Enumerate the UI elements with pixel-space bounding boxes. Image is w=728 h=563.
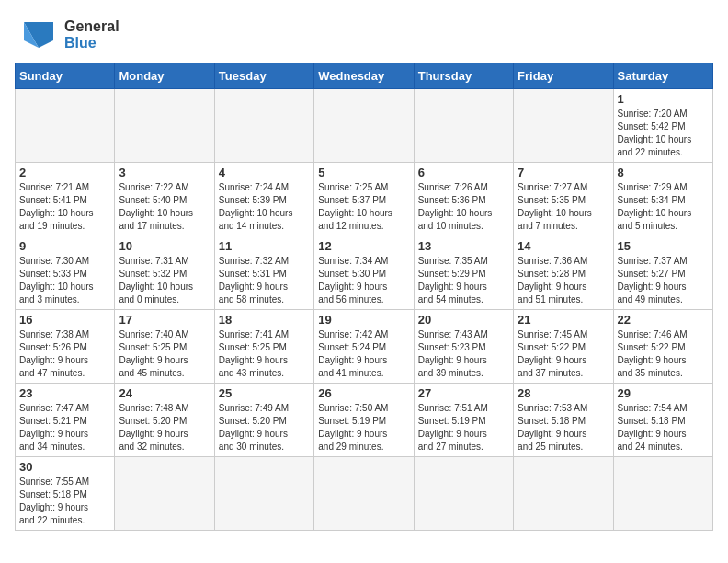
calendar-day-cell: 29Sunrise: 7:54 AM Sunset: 5:18 PM Dayli… (613, 384, 712, 457)
day-info: Sunrise: 7:27 AM Sunset: 5:35 PM Dayligh… (518, 181, 609, 233)
calendar-week-row: 16Sunrise: 7:38 AM Sunset: 5:26 PM Dayli… (16, 310, 713, 384)
day-number: 4 (219, 166, 310, 179)
day-number: 8 (618, 166, 709, 179)
day-number: 9 (19, 239, 110, 253)
day-info: Sunrise: 7:24 AM Sunset: 5:39 PM Dayligh… (219, 181, 310, 233)
day-header-sunday: Sunday (16, 63, 115, 89)
calendar-day-cell: 22Sunrise: 7:46 AM Sunset: 5:22 PM Dayli… (613, 310, 712, 384)
day-info: Sunrise: 7:26 AM Sunset: 5:36 PM Dayligh… (418, 181, 509, 233)
day-number: 3 (119, 166, 210, 179)
calendar-day-cell: 8Sunrise: 7:29 AM Sunset: 5:34 PM Daylig… (613, 163, 712, 236)
calendar-day-cell: 24Sunrise: 7:48 AM Sunset: 5:20 PM Dayli… (115, 384, 214, 457)
calendar-day-cell (414, 89, 513, 163)
calendar-day-cell (514, 457, 613, 531)
calendar-day-cell: 14Sunrise: 7:36 AM Sunset: 5:28 PM Dayli… (514, 236, 613, 310)
calendar-week-row: 23Sunrise: 7:47 AM Sunset: 5:21 PM Dayli… (16, 384, 713, 457)
day-header-saturday: Saturday (613, 63, 712, 89)
day-info: Sunrise: 7:45 AM Sunset: 5:22 PM Dayligh… (518, 328, 609, 380)
day-info: Sunrise: 7:30 AM Sunset: 5:33 PM Dayligh… (19, 255, 110, 306)
day-number: 30 (19, 460, 110, 474)
day-info: Sunrise: 7:51 AM Sunset: 5:19 PM Dayligh… (418, 402, 509, 454)
day-number: 29 (618, 386, 709, 400)
day-info: Sunrise: 7:20 AM Sunset: 5:42 PM Dayligh… (618, 108, 709, 159)
calendar-day-cell: 15Sunrise: 7:37 AM Sunset: 5:27 PM Dayli… (613, 236, 712, 310)
calendar-day-cell: 7Sunrise: 7:27 AM Sunset: 5:35 PM Daylig… (514, 163, 613, 236)
calendar-day-cell: 20Sunrise: 7:43 AM Sunset: 5:23 PM Dayli… (414, 310, 513, 384)
calendar-header-row: SundayMondayTuesdayWednesdayThursdayFrid… (16, 63, 713, 89)
calendar-day-cell: 12Sunrise: 7:34 AM Sunset: 5:30 PM Dayli… (314, 236, 414, 310)
day-info: Sunrise: 7:37 AM Sunset: 5:27 PM Dayligh… (618, 255, 709, 306)
calendar-day-cell: 11Sunrise: 7:32 AM Sunset: 5:31 PM Dayli… (214, 236, 313, 310)
day-number: 21 (518, 313, 609, 327)
day-number: 18 (219, 313, 310, 327)
day-number: 13 (418, 239, 509, 253)
calendar-day-cell: 6Sunrise: 7:26 AM Sunset: 5:36 PM Daylig… (414, 163, 513, 236)
day-number: 19 (318, 313, 409, 327)
calendar-day-cell: 1Sunrise: 7:20 AM Sunset: 5:42 PM Daylig… (613, 89, 712, 163)
day-info: Sunrise: 7:41 AM Sunset: 5:25 PM Dayligh… (219, 328, 310, 380)
calendar-day-cell (16, 89, 115, 163)
day-number: 12 (318, 239, 409, 253)
calendar-week-row: 1Sunrise: 7:20 AM Sunset: 5:42 PM Daylig… (16, 89, 713, 163)
calendar-day-cell (314, 457, 414, 531)
logo: GeneralBlue (15, 15, 119, 55)
day-number: 24 (119, 386, 210, 400)
day-info: Sunrise: 7:48 AM Sunset: 5:20 PM Dayligh… (119, 402, 210, 454)
day-number: 15 (618, 239, 709, 253)
day-number: 14 (518, 239, 609, 253)
day-number: 6 (418, 166, 509, 179)
calendar-day-cell: 30Sunrise: 7:55 AM Sunset: 5:18 PM Dayli… (16, 457, 115, 531)
day-info: Sunrise: 7:42 AM Sunset: 5:24 PM Dayligh… (318, 328, 409, 380)
calendar-day-cell: 2Sunrise: 7:21 AM Sunset: 5:41 PM Daylig… (16, 163, 115, 236)
calendar-day-cell (214, 89, 313, 163)
calendar-week-row: 2Sunrise: 7:21 AM Sunset: 5:41 PM Daylig… (16, 163, 713, 236)
day-info: Sunrise: 7:49 AM Sunset: 5:20 PM Dayligh… (219, 402, 310, 454)
calendar-day-cell (115, 89, 214, 163)
calendar-day-cell: 10Sunrise: 7:31 AM Sunset: 5:32 PM Dayli… (115, 236, 214, 310)
day-number: 25 (219, 386, 310, 400)
day-info: Sunrise: 7:32 AM Sunset: 5:31 PM Dayligh… (219, 255, 310, 306)
day-info: Sunrise: 7:55 AM Sunset: 5:18 PM Dayligh… (19, 476, 110, 527)
calendar-day-cell: 25Sunrise: 7:49 AM Sunset: 5:20 PM Dayli… (214, 384, 313, 457)
calendar-day-cell (414, 457, 513, 531)
calendar-day-cell: 18Sunrise: 7:41 AM Sunset: 5:25 PM Dayli… (214, 310, 313, 384)
day-info: Sunrise: 7:31 AM Sunset: 5:32 PM Dayligh… (119, 255, 210, 306)
calendar-day-cell: 9Sunrise: 7:30 AM Sunset: 5:33 PM Daylig… (16, 236, 115, 310)
day-info: Sunrise: 7:54 AM Sunset: 5:18 PM Dayligh… (618, 402, 709, 454)
day-number: 1 (618, 92, 709, 106)
day-header-friday: Friday (514, 63, 613, 89)
calendar-week-row: 30Sunrise: 7:55 AM Sunset: 5:18 PM Dayli… (16, 457, 713, 531)
day-number: 2 (19, 166, 110, 179)
day-info: Sunrise: 7:29 AM Sunset: 5:34 PM Dayligh… (618, 181, 709, 233)
calendar-day-cell: 3Sunrise: 7:22 AM Sunset: 5:40 PM Daylig… (115, 163, 214, 236)
day-number: 11 (219, 239, 310, 253)
calendar-day-cell (115, 457, 214, 531)
day-info: Sunrise: 7:46 AM Sunset: 5:22 PM Dayligh… (618, 328, 709, 380)
calendar-table: SundayMondayTuesdayWednesdayThursdayFrid… (15, 63, 713, 531)
calendar-day-cell (514, 89, 613, 163)
calendar-day-cell: 17Sunrise: 7:40 AM Sunset: 5:25 PM Dayli… (115, 310, 214, 384)
calendar-day-cell: 13Sunrise: 7:35 AM Sunset: 5:29 PM Dayli… (414, 236, 513, 310)
calendar-day-cell: 16Sunrise: 7:38 AM Sunset: 5:26 PM Dayli… (16, 310, 115, 384)
day-number: 7 (518, 166, 609, 179)
calendar-day-cell: 23Sunrise: 7:47 AM Sunset: 5:21 PM Dayli… (16, 384, 115, 457)
calendar-day-cell (314, 89, 414, 163)
day-info: Sunrise: 7:35 AM Sunset: 5:29 PM Dayligh… (418, 255, 509, 306)
day-info: Sunrise: 7:25 AM Sunset: 5:37 PM Dayligh… (318, 181, 409, 233)
day-number: 5 (318, 166, 409, 179)
calendar-day-cell: 26Sunrise: 7:50 AM Sunset: 5:19 PM Dayli… (314, 384, 414, 457)
calendar-week-row: 9Sunrise: 7:30 AM Sunset: 5:33 PM Daylig… (16, 236, 713, 310)
day-number: 22 (618, 313, 709, 327)
day-number: 10 (119, 239, 210, 253)
day-info: Sunrise: 7:40 AM Sunset: 5:25 PM Dayligh… (119, 328, 210, 380)
day-info: Sunrise: 7:34 AM Sunset: 5:30 PM Dayligh… (318, 255, 409, 306)
calendar-day-cell (214, 457, 313, 531)
header: GeneralBlue (15, 15, 713, 55)
day-info: Sunrise: 7:43 AM Sunset: 5:23 PM Dayligh… (418, 328, 509, 380)
calendar-day-cell: 5Sunrise: 7:25 AM Sunset: 5:37 PM Daylig… (314, 163, 414, 236)
day-header-wednesday: Wednesday (314, 63, 414, 89)
day-header-monday: Monday (115, 63, 214, 89)
calendar-day-cell: 4Sunrise: 7:24 AM Sunset: 5:39 PM Daylig… (214, 163, 313, 236)
day-info: Sunrise: 7:50 AM Sunset: 5:19 PM Dayligh… (318, 402, 409, 454)
day-info: Sunrise: 7:53 AM Sunset: 5:18 PM Dayligh… (518, 402, 609, 454)
